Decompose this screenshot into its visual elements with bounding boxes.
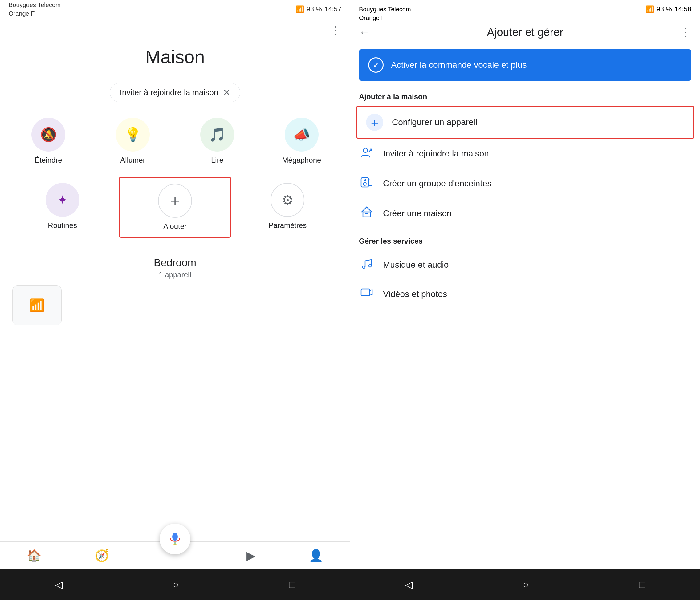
lire-circle: 🎵 — [200, 118, 234, 152]
action-ajouter[interactable]: + Ajouter — [119, 177, 231, 238]
device-card-wifi: 📶 — [12, 285, 61, 325]
allumer-icon: 💡 — [124, 127, 142, 142]
blue-banner[interactable]: ✓ Activer la commande vocale et plus — [359, 49, 691, 81]
mic-fab[interactable] — [159, 524, 191, 554]
videos-photos-text: Vidéos et photos — [383, 289, 447, 299]
configure-device-row[interactable]: ＋ Configurer un appareil — [357, 107, 693, 138]
action-allumer[interactable]: 💡 Allumer — [91, 111, 175, 171]
lire-label: Lire — [211, 156, 223, 164]
android-nav-left: ◁ ○ □ — [0, 569, 350, 600]
invite-join-text: Inviter à rejoindre la maison — [383, 149, 489, 159]
dots-menu-left[interactable]: ⋮ — [330, 24, 341, 37]
android-home-right[interactable]: ○ — [523, 579, 529, 591]
videos-photos-item[interactable]: Vidéos et photos — [350, 279, 700, 309]
android-back-right[interactable]: ◁ — [405, 579, 413, 591]
configure-plus-icon: ＋ — [366, 114, 383, 131]
ajouter-icon: + — [170, 192, 179, 210]
music-audio-item[interactable]: Musique et audio — [350, 251, 700, 279]
section-manage-header: Gérer les services — [350, 228, 700, 251]
svg-rect-8 — [363, 212, 370, 217]
phone-left: Bouygues Telecom Orange F 📶 93 % 14:57 ⋮… — [0, 0, 350, 600]
blue-banner-text: Activer la commande vocale et plus — [391, 60, 527, 70]
time-right: 14:58 — [674, 5, 691, 13]
music-icon — [359, 257, 374, 272]
invite-chip[interactable]: Inviter à rejoindre la maison ✕ — [110, 83, 240, 102]
actions-row2: ✦ Routines + Ajouter ⚙ Paramètres — [0, 177, 350, 238]
eteindre-icon: 🔕 — [40, 127, 57, 142]
svg-point-11 — [369, 265, 371, 267]
action-parametres[interactable]: ⚙ Paramètres — [231, 177, 344, 238]
eteindre-label: Éteindre — [34, 156, 62, 164]
invite-join-icon — [359, 146, 374, 162]
megaphone-label: Mégaphone — [282, 156, 321, 164]
top-bar-left: ⋮ — [0, 19, 350, 43]
svg-point-0 — [172, 533, 178, 541]
configure-device-text: Configurer un appareil — [392, 118, 477, 127]
action-lire[interactable]: 🎵 Lire — [175, 111, 259, 171]
status-right-right: 📶 93 % 14:58 — [646, 5, 691, 13]
android-home-left[interactable]: ○ — [173, 579, 179, 591]
nav-profile[interactable]: 👤 — [309, 549, 323, 563]
parametres-circle: ⚙ — [271, 183, 304, 217]
action-eteindre[interactable]: 🔕 Éteindre — [6, 111, 91, 171]
action-routines[interactable]: ✦ Routines — [6, 177, 119, 238]
top-bar-right: ← Ajouter et gérer ⋮ — [350, 19, 700, 46]
svg-point-6 — [364, 179, 366, 181]
video-icon — [359, 286, 374, 302]
action-megaphone[interactable]: 📣 Mégaphone — [259, 111, 344, 171]
wifi-icon: 📶 — [29, 298, 45, 313]
create-home-icon — [359, 205, 374, 221]
back-button[interactable]: ← — [359, 26, 370, 39]
routines-icon: ✦ — [57, 193, 68, 207]
android-nav-right: ◁ ○ □ — [350, 569, 700, 600]
invite-chip-label: Inviter à rejoindre la maison — [120, 88, 218, 97]
allumer-label: Allumer — [120, 156, 145, 164]
nav-discover[interactable]: 🧭 — [95, 549, 109, 563]
signal-icons-right: 📶 — [646, 5, 654, 13]
routines-circle: ✦ — [46, 183, 79, 217]
status-bar-right: Bouygues Telecom Orange F 📶 93 % 14:58 — [350, 0, 700, 19]
nav-home[interactable]: 🏠 — [27, 549, 41, 563]
svg-point-5 — [363, 182, 366, 185]
checkmark-icon: ✓ — [368, 57, 383, 73]
bedroom-title: Bedroom — [9, 257, 341, 268]
routines-label: Routines — [48, 221, 77, 230]
battery-right: 93 % — [656, 5, 672, 13]
ajouter-label: Ajouter — [163, 222, 187, 231]
status-right-left: 📶 93 % 14:57 — [296, 5, 341, 13]
lire-icon: 🎵 — [209, 127, 226, 142]
configure-device-item[interactable]: ＋ Configurer un appareil — [356, 106, 694, 138]
allumer-circle: 💡 — [116, 118, 150, 152]
svg-point-3 — [363, 148, 368, 153]
bedroom-count: 1 appareil — [9, 270, 341, 279]
page-title-left: Maison — [145, 47, 205, 67]
speaker-group-icon — [359, 175, 374, 191]
svg-rect-7 — [369, 179, 372, 186]
create-speaker-text: Créer un groupe d'enceintes — [383, 179, 492, 188]
android-back-left[interactable]: ◁ — [55, 579, 63, 591]
create-home-item[interactable]: Créer une maison — [350, 198, 700, 228]
create-speaker-group-item[interactable]: Créer un groupe d'enceintes — [350, 168, 700, 198]
parametres-label: Paramètres — [268, 221, 306, 230]
create-home-text: Créer une maison — [383, 209, 452, 218]
close-chip-icon[interactable]: ✕ — [223, 87, 230, 98]
svg-rect-12 — [361, 289, 370, 296]
mic-icon — [167, 531, 183, 547]
music-audio-text: Musique et audio — [383, 260, 449, 270]
dots-menu-right[interactable]: ⋮ — [680, 26, 691, 39]
android-recents-right[interactable]: □ — [639, 579, 645, 591]
section-add-header: Ajouter à la maison — [350, 84, 700, 106]
android-recents-left[interactable]: □ — [289, 579, 295, 591]
svg-point-10 — [362, 266, 365, 268]
page-title-right: Ajouter et gérer — [376, 26, 674, 39]
invite-join-item[interactable]: Inviter à rejoindre la maison — [350, 138, 700, 168]
carrier-left: Bouygues Telecom Orange F — [9, 1, 61, 18]
battery-left: 93 % — [306, 5, 322, 13]
megaphone-circle: 📣 — [285, 118, 319, 152]
svg-rect-9 — [365, 214, 368, 217]
parametres-icon: ⚙ — [282, 192, 294, 208]
megaphone-icon: 📣 — [293, 127, 310, 142]
nav-media[interactable]: ▶ — [247, 549, 255, 563]
time-left: 14:57 — [324, 5, 341, 13]
signal-icons-left: 📶 — [296, 5, 304, 13]
